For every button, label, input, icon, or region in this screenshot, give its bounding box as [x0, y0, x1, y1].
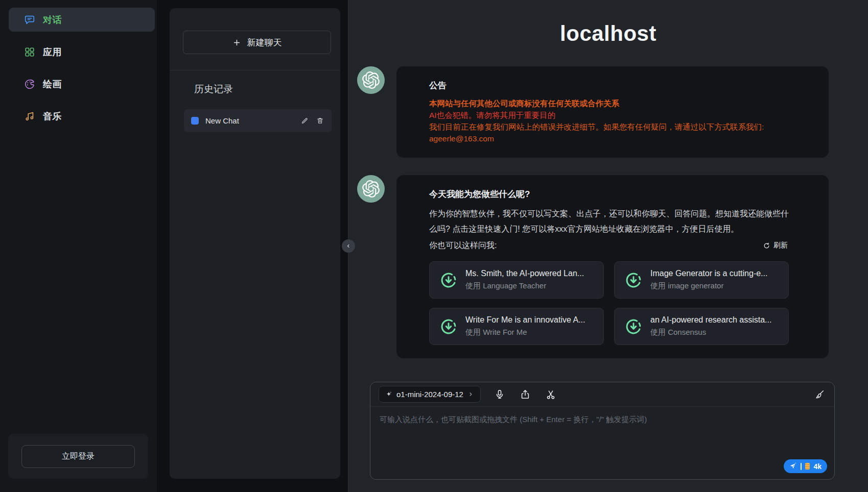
sidebar-item-music[interactable]: 音乐 [9, 104, 155, 128]
openai-logo-icon [362, 180, 380, 198]
composer-toolbar: o1-mini-2024-09-12 [370, 382, 834, 406]
message-list: 公告 本网站与任何其他公司或商标没有任何关联或合作关系 AI也会犯错。请勿将其用… [348, 46, 868, 376]
announcement-line: 本网站与任何其他公司或商标没有任何关联或合作关系 [429, 97, 796, 109]
circle-arrow-down-icon [439, 317, 458, 336]
suggestion-card[interactable]: an AI-powered research assista... 使用 Con… [614, 308, 789, 345]
token-count: 4k [813, 462, 822, 471]
suggestion-texts: Image Generator is a cutting-e... 使用 ima… [650, 269, 767, 291]
suggestion-title: Image Generator is a cutting-e... [650, 269, 767, 278]
chevron-left-icon [345, 242, 352, 250]
chat-bubble-icon [24, 14, 35, 26]
suggestion-title: Ms. Smith, the AI-powered Lan... [465, 269, 584, 278]
new-chat-button[interactable]: 新建聊天 [183, 31, 331, 54]
login-panel: 立即登录 [8, 434, 148, 479]
chevron-right-icon [467, 391, 474, 398]
page-title: localhost [348, 21, 868, 46]
edit-icon[interactable] [300, 116, 309, 126]
sidebar-item-label: 对话 [43, 14, 62, 26]
suggestion-card[interactable]: Image Generator is a cutting-e... 使用 ima… [614, 261, 789, 299]
welcome-heading: 今天我能为您做些什么呢? [429, 188, 796, 200]
screenshot-button[interactable] [544, 388, 557, 401]
suggestion-texts: an AI-powered research assista... 使用 Con… [650, 315, 771, 337]
app-grid-icon [24, 46, 35, 58]
circle-arrow-down-icon [624, 270, 643, 290]
broom-icon [814, 389, 825, 400]
assistant-avatar [357, 66, 385, 94]
list-divider [170, 70, 340, 70]
sidebar-item-label: 音乐 [43, 110, 62, 122]
openai-logo-icon [362, 71, 380, 89]
collapse-sidebar-button[interactable] [342, 239, 355, 253]
new-chat-label: 新建聊天 [247, 37, 282, 48]
upload-icon [520, 389, 531, 400]
suggestion-subtitle: 使用 Language Teacher [465, 281, 584, 291]
suggestion-card[interactable]: Write For Me is an innovative A... 使用 Wr… [429, 308, 604, 345]
suggestion-title: Write For Me is an innovative A... [465, 315, 585, 325]
conversation-icon [191, 117, 199, 125]
chat-list-item[interactable]: New Chat [184, 109, 332, 132]
send-icon [789, 462, 797, 470]
assistant-message: 今天我能为您做些什么呢? 作为你的智慧伙伴，我不仅可以写文案、出点子，还可以和你… [357, 175, 829, 358]
sidebar: 对话 应用 绘画 音乐 立即登录 [0, 0, 157, 492]
refresh-suggestions-button[interactable]: 刷新 [763, 241, 788, 250]
announcement-line: 我们目前正在修复我们网站上的错误并改进细节。如果您有任何疑问，请通过以下方式联系… [429, 121, 796, 133]
suggestion-card[interactable]: Ms. Smith, the AI-powered Lan... 使用 Lang… [429, 261, 604, 299]
history-heading: 历史记录 [194, 83, 340, 96]
model-label: o1-mini-2024-09-12 [396, 390, 463, 399]
chat-main: localhost 公告 本网站与任何其他公司或商标没有任何关联或合作关系 AI… [348, 0, 868, 492]
scissors-icon [545, 389, 556, 400]
announcement-heading: 公告 [429, 80, 796, 91]
assistant-message: 公告 本网站与任何其他公司或商标没有任何关联或合作关系 AI也会犯错。请勿将其用… [357, 66, 829, 158]
suggestion-subtitle: 使用 image generator [650, 281, 767, 291]
sidebar-item-label: 绘画 [43, 78, 62, 90]
sidebar-item-apps[interactable]: 应用 [9, 40, 155, 64]
composer-panel: o1-mini-2024-09-12 [370, 382, 835, 480]
palette-icon [24, 79, 35, 90]
upload-button[interactable] [519, 388, 532, 401]
suggestion-texts: Ms. Smith, the AI-powered Lan... 使用 Lang… [465, 269, 584, 291]
clear-button[interactable] [813, 388, 826, 401]
login-button[interactable]: 立即登录 [21, 445, 135, 468]
plus-icon [232, 38, 241, 47]
input-placeholder: 可输入说点什么，也可贴截图或拖拽文件 (Shift + Enter = 换行，"… [380, 415, 647, 424]
token-coin-icon [805, 463, 810, 470]
announcement-line: AI也会犯错。请勿将其用于重要目的 [429, 109, 796, 121]
microphone-icon [494, 389, 505, 400]
announcement-email[interactable]: ageerle@163.com [429, 133, 796, 144]
ask-row: 你也可以这样问我: 刷新 [429, 238, 788, 253]
app-root: 对话 应用 绘画 音乐 立即登录 [0, 0, 868, 492]
microphone-button[interactable] [493, 388, 506, 401]
circle-arrow-down-icon [439, 270, 458, 290]
suggestion-title: an AI-powered research assista... [650, 315, 771, 325]
suggestion-grid: Ms. Smith, the AI-powered Lan... 使用 Lang… [429, 261, 796, 345]
refresh-icon [763, 242, 770, 250]
message-bubble: 公告 本网站与任何其他公司或商标没有任何关联或合作关系 AI也会犯错。请勿将其用… [396, 66, 829, 158]
model-selector[interactable]: o1-mini-2024-09-12 [379, 386, 481, 403]
suggestion-subtitle: 使用 Write For Me [465, 328, 585, 337]
delete-icon[interactable] [315, 116, 324, 126]
assistant-avatar [357, 175, 385, 203]
conversation-title: New Chat [205, 116, 294, 125]
suggestion-texts: Write For Me is an innovative A... 使用 Wr… [465, 315, 585, 337]
badge-separator [801, 463, 802, 470]
message-input[interactable]: 可输入说点什么，也可贴截图或拖拽文件 (Shift + Enter = 换行，"… [370, 407, 834, 479]
send-token-badge[interactable]: 4k [784, 459, 827, 473]
ask-label: 你也可以这样问我: [429, 238, 497, 253]
sidebar-item-label: 应用 [43, 46, 62, 58]
chat-list-panel: 新建聊天 历史记录 New Chat [170, 8, 340, 479]
music-notes-icon [24, 111, 35, 122]
sparkle-icon [385, 391, 392, 398]
sidebar-item-chat[interactable]: 对话 [9, 8, 155, 32]
message-bubble: 今天我能为您做些什么呢? 作为你的智慧伙伴，我不仅可以写文案、出点子，还可以和你… [396, 175, 829, 358]
panel-divider [340, 0, 348, 492]
suggestion-subtitle: 使用 Consensus [650, 328, 771, 337]
circle-arrow-down-icon [624, 317, 643, 336]
sidebar-item-drawing[interactable]: 绘画 [9, 72, 155, 96]
welcome-body: 作为你的智慧伙伴，我不仅可以写文案、出点子，还可以和你聊天、回答问题。想知道我还… [429, 206, 796, 237]
